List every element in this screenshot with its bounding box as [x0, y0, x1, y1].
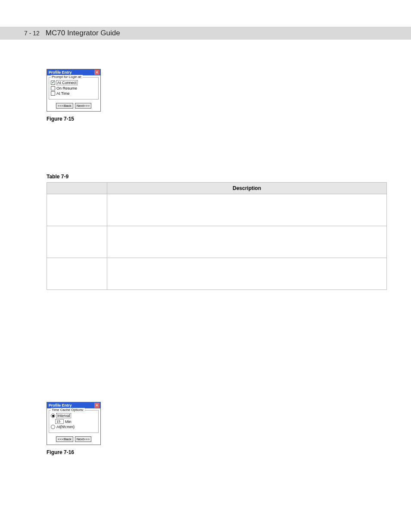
- interval-label: Interval: [56, 413, 71, 418]
- page-number: 7 - 12: [24, 30, 40, 37]
- profile-entry-window: Profile Entry × Time Cache Options: Inte…: [47, 402, 101, 445]
- page-header: 7 - 12 MC70 Integrator Guide: [0, 27, 411, 40]
- back-button[interactable]: <<<Back: [56, 103, 73, 109]
- close-icon[interactable]: ×: [94, 403, 100, 408]
- group-label: Time Cache Options:: [51, 408, 85, 412]
- close-icon[interactable]: ×: [94, 70, 100, 75]
- interval-input[interactable]: 15: [55, 419, 64, 424]
- col-1-header: [47, 183, 107, 194]
- next-button[interactable]: Next>>>: [75, 103, 91, 109]
- profile-entry-window: Profile Entry × Prompt for Login at: ✔ A…: [47, 69, 101, 112]
- figure-7-15: Profile Entry × Prompt for Login at: ✔ A…: [47, 69, 387, 122]
- window-titlebar: Profile Entry ×: [47, 402, 100, 408]
- prompt-login-group: Prompt for Login at: ✔ At Connect On Res…: [49, 77, 99, 100]
- time-cache-group: Time Cache Options: Interval 15 Min At(h…: [49, 410, 99, 433]
- at-time-row[interactable]: At(hh:mm): [51, 425, 97, 429]
- interval-row[interactable]: Interval: [51, 413, 97, 418]
- checkbox-icon[interactable]: ✔: [51, 81, 55, 85]
- checkbox-icon[interactable]: [51, 91, 55, 96]
- window-titlebar: Profile Entry ×: [47, 69, 100, 75]
- back-button[interactable]: <<<Back: [56, 436, 73, 442]
- at-connect-label: At Connect: [56, 80, 78, 85]
- table-cell: [47, 226, 107, 258]
- on-resume-row[interactable]: On Resume: [51, 86, 97, 90]
- table-cell: [107, 258, 387, 290]
- checkbox-icon[interactable]: [51, 86, 55, 90]
- at-connect-row[interactable]: ✔ At Connect: [51, 80, 97, 85]
- at-hhmm-label: At(hh:mm): [56, 425, 75, 429]
- table-cell: [107, 226, 387, 258]
- on-resume-label: On Resume: [56, 86, 77, 90]
- min-label: Min: [65, 420, 72, 424]
- figure-caption: Figure 7-16: [47, 449, 387, 455]
- next-button[interactable]: Next>>>: [75, 436, 91, 442]
- nav-buttons: <<<Back Next>>>: [47, 101, 100, 111]
- interval-value-row: 15 Min: [55, 419, 97, 424]
- figure-7-16: Profile Entry × Time Cache Options: Inte…: [47, 402, 387, 455]
- table-cell: [107, 194, 387, 226]
- at-time-label: At Time: [56, 91, 70, 96]
- table-cell: [47, 258, 107, 290]
- description-table: Description: [47, 182, 387, 290]
- window-title: Profile Entry: [49, 403, 72, 408]
- nav-buttons: <<<Back Next>>>: [47, 435, 100, 445]
- doc-title: MC70 Integrator Guide: [46, 29, 120, 37]
- radio-icon[interactable]: [51, 425, 55, 429]
- table-caption: Table 7-9: [47, 174, 387, 180]
- table-cell: [47, 194, 107, 226]
- group-label: Prompt for Login at:: [51, 75, 83, 79]
- window-title: Profile Entry: [49, 70, 72, 75]
- col-2-header: Description: [107, 183, 387, 194]
- figure-caption: Figure 7-15: [47, 116, 387, 122]
- radio-icon[interactable]: [51, 414, 55, 418]
- at-time-row[interactable]: At Time: [51, 91, 97, 96]
